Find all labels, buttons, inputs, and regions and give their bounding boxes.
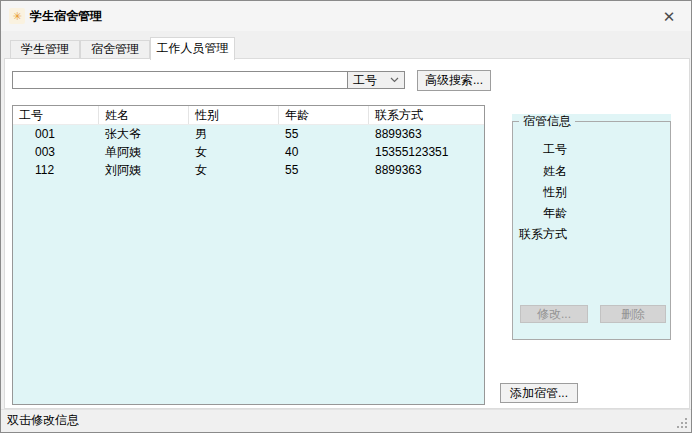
table-row[interactable]: 112 刘阿姨 女 55 8899363 bbox=[13, 161, 484, 179]
table-cell: 8899363 bbox=[369, 161, 484, 179]
title-bar: ✳ 学生宿舍管理 ✕ bbox=[1, 1, 691, 31]
close-icon: ✕ bbox=[663, 9, 676, 24]
resize-grip[interactable] bbox=[676, 417, 688, 429]
add-manager-button[interactable]: 添加宿管... bbox=[500, 383, 578, 403]
app-window: ✳ 学生宿舍管理 ✕ 学生管理 宿舍管理 工作人员管理 工号 高级搜索... 工… bbox=[0, 0, 692, 433]
tab-student-management[interactable]: 学生管理 bbox=[10, 40, 80, 59]
groupbox-title: 宿管信息 bbox=[519, 114, 575, 129]
field-label-gender: 性别 bbox=[512, 185, 567, 200]
status-text: 双击修改信息 bbox=[7, 410, 79, 431]
chevron-down-icon bbox=[390, 77, 399, 83]
search-field-value: 工号 bbox=[353, 72, 377, 89]
table-header: 工号 姓名 性别 年龄 联系方式 bbox=[13, 106, 484, 125]
manager-info-groupbox: 宿管信息 工号 姓名 性别 年龄 联系方式 修改... 删除 bbox=[512, 114, 671, 340]
table-cell: 女 bbox=[189, 143, 279, 161]
search-input[interactable] bbox=[12, 71, 348, 89]
status-bar: 双击修改信息 bbox=[1, 409, 691, 432]
table-cell: 001 bbox=[13, 125, 99, 143]
table-cell: 15355123351 bbox=[369, 143, 484, 161]
field-label-id: 工号 bbox=[512, 142, 567, 157]
table-row[interactable]: 003 单阿姨 女 40 15355123351 bbox=[13, 143, 484, 161]
column-header-age[interactable]: 年龄 bbox=[279, 106, 369, 124]
column-header-gender[interactable]: 性别 bbox=[189, 106, 279, 124]
table-cell: 单阿姨 bbox=[99, 143, 189, 161]
staff-tab-page: 工号 高级搜索... 工号 姓名 性别 年龄 联系方式 001 张大爷 男 55… bbox=[4, 58, 690, 409]
table-cell: 张大爷 bbox=[99, 125, 189, 143]
app-icon: ✳ bbox=[9, 8, 25, 24]
table-cell: 112 bbox=[13, 161, 99, 179]
table-cell: 55 bbox=[279, 161, 369, 179]
table-cell: 55 bbox=[279, 125, 369, 143]
modify-button[interactable]: 修改... bbox=[520, 305, 588, 323]
close-button[interactable]: ✕ bbox=[652, 3, 686, 29]
column-header-contact[interactable]: 联系方式 bbox=[369, 106, 484, 124]
field-label-name: 姓名 bbox=[512, 164, 567, 179]
table-cell: 40 bbox=[279, 143, 369, 161]
field-label-contact: 联系方式 bbox=[512, 227, 567, 242]
table-cell: 女 bbox=[189, 161, 279, 179]
tab-dorm-management[interactable]: 宿舍管理 bbox=[80, 40, 150, 59]
tab-staff-management[interactable]: 工作人员管理 bbox=[150, 37, 235, 60]
advanced-search-button[interactable]: 高级搜索... bbox=[417, 70, 491, 91]
staff-table: 工号 姓名 性别 年龄 联系方式 001 张大爷 男 55 8899363 00… bbox=[12, 105, 485, 405]
search-field-dropdown[interactable]: 工号 bbox=[347, 71, 405, 89]
field-label-age: 年龄 bbox=[512, 206, 567, 221]
table-cell: 8899363 bbox=[369, 125, 484, 143]
table-cell: 刘阿姨 bbox=[99, 161, 189, 179]
delete-button[interactable]: 删除 bbox=[600, 305, 666, 323]
table-cell: 003 bbox=[13, 143, 99, 161]
table-row[interactable]: 001 张大爷 男 55 8899363 bbox=[13, 125, 484, 143]
window-title: 学生宿舍管理 bbox=[30, 1, 102, 31]
table-cell: 男 bbox=[189, 125, 279, 143]
column-header-id[interactable]: 工号 bbox=[13, 106, 99, 124]
column-header-name[interactable]: 姓名 bbox=[99, 106, 189, 124]
